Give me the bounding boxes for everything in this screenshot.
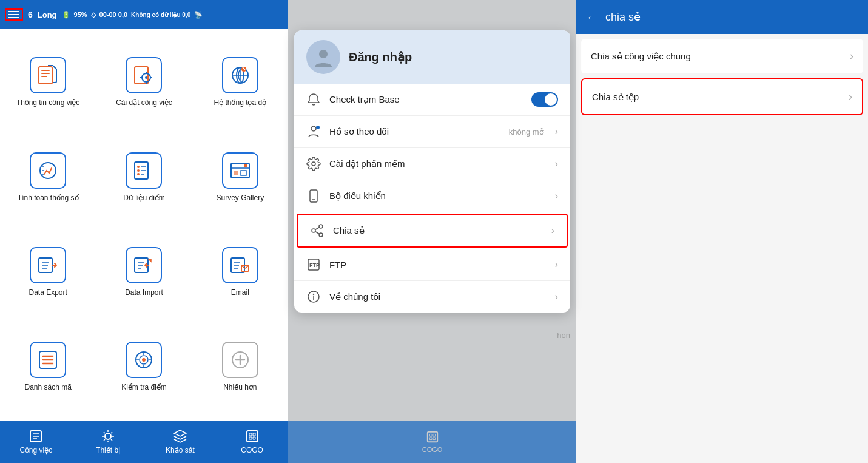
tinh-toan-icon	[37, 160, 59, 181]
chia-se-arrow: ›	[551, 225, 554, 236]
right-list-item-cong-viec-chung[interactable]: Chia sẻ công việc chung ›	[581, 39, 863, 73]
grid-item-cai-dat[interactable]: Cài đặt công việc	[96, 35, 192, 130]
svg-point-39	[314, 294, 314, 295]
status-icons: 🔋 95% ◇ 00-00 0,0 Không có dữ liệu 0,0 📡	[62, 11, 203, 19]
check-tram-toggle[interactable]	[531, 92, 558, 107]
he-thong-label: Hệ thống tọa độ	[214, 98, 266, 108]
data-import-icon-box	[126, 247, 162, 283]
grid-item-danh-sach[interactable]: Danh sách mã	[0, 320, 96, 414]
tinh-toan-icon-box	[30, 152, 66, 189]
svg-rect-40	[427, 432, 437, 442]
ho-so-label: Hồ sơ theo dõi	[329, 126, 500, 137]
menu-item-bo-dieu-khien[interactable]: Bộ điều khiển ›	[294, 180, 570, 212]
svg-point-33	[319, 225, 323, 228]
svg-rect-0	[39, 67, 52, 84]
grid-item-du-lieu[interactable]: Dữ liệu điểm	[96, 130, 192, 225]
icon-grid: Thông tin công việc Cài đặt công việc	[0, 29, 288, 421]
status-number: 6	[28, 10, 33, 19]
bg-cogo-text: COGO	[422, 446, 443, 453]
grid-item-email[interactable]: Email	[192, 225, 288, 320]
nhieu-hon-icon-box	[222, 342, 258, 378]
cai-dat-label: Cài đặt công việc	[116, 98, 172, 108]
danh-sach-icon-box	[30, 342, 66, 378]
right-header: ← chia sẻ	[576, 0, 868, 34]
bottom-nav-cong-viec[interactable]: Công việc	[0, 421, 72, 463]
ho-so-arrow: ›	[555, 126, 558, 137]
kiem-tra-label: Kiểm tra điểm	[121, 383, 167, 393]
he-thong-icon-box	[222, 57, 258, 93]
nhieu-hon-label: Nhiều hơn	[223, 383, 257, 393]
du-lieu-icon	[133, 160, 155, 181]
svg-point-35	[319, 233, 323, 237]
survey-icon-box	[222, 152, 258, 189]
grid-item-kiem-tra[interactable]: Kiểm tra điểm	[96, 320, 192, 414]
ftp-arrow: ›	[555, 259, 558, 270]
svg-point-9	[137, 169, 140, 172]
right-list-item-chia-se-tep[interactable]: Chia sẻ tệp ›	[581, 78, 863, 115]
kiem-tra-icon	[133, 349, 155, 371]
menu-item-ve-chung-toi[interactable]: Về chúng tôi ›	[294, 281, 570, 313]
grid-item-thong-tin[interactable]: Thông tin công việc	[0, 35, 96, 130]
cai-dat-pm-label: Cài đặt phần mềm	[329, 158, 547, 169]
grid-item-data-import[interactable]: Data Import	[96, 225, 192, 320]
avatar	[306, 40, 340, 74]
menu-item-check-tram[interactable]: Check trạm Base	[294, 84, 570, 116]
email-label: Email	[231, 288, 249, 298]
menu-item-cai-dat-pm[interactable]: Cài đặt phần mềm ›	[294, 148, 570, 180]
svg-rect-32	[310, 190, 317, 202]
battery-icon: 🔋	[62, 11, 70, 19]
grid-item-nhieu-hon[interactable]: Nhiều hơn	[192, 320, 288, 414]
bottom-nav-thiet-bi[interactable]: Thiết bị	[72, 421, 144, 463]
menu-item-ftp[interactable]: FTP FTP ›	[294, 249, 570, 281]
svg-point-30	[316, 126, 320, 129]
cai-dat-icon-box	[126, 57, 162, 93]
grid-item-he-thong[interactable]: Hệ thống tọa độ	[192, 35, 288, 130]
right-panel: ← chia sẻ Chia sẻ công việc chung › Chia…	[576, 0, 868, 463]
chia-se-tep-chevron: ›	[849, 90, 852, 103]
svg-point-31	[312, 162, 315, 166]
data-import-icon	[133, 254, 155, 276]
cong-viec-nav-label: Công việc	[20, 446, 53, 455]
right-list: Chia sẻ công việc chung › Chia sẻ tệp ›	[576, 34, 868, 463]
menu-card: Đăng nhập Check trạm Base Hồ sơ t	[294, 30, 570, 313]
menu-button[interactable]	[5, 8, 23, 21]
cong-viec-chung-chevron: ›	[850, 50, 853, 63]
share-icon	[310, 223, 325, 238]
satellite-icon: 📡	[194, 11, 203, 19]
gear-outline-icon	[306, 157, 321, 171]
status-bar: 6 Long 🔋 95% ◇ 00-00 0,0 Không có dữ liệ…	[0, 0, 288, 29]
right-panel-title: chia sẻ	[605, 10, 641, 24]
chia-se-tep-label: Chia sẻ tệp	[592, 92, 639, 103]
svg-point-26	[105, 433, 111, 439]
survey-icon	[229, 160, 251, 181]
login-label: Đăng nhập	[349, 50, 412, 64]
avatar-icon	[312, 46, 334, 68]
svg-point-15	[244, 164, 247, 167]
cogo-icon	[245, 429, 260, 444]
menu-item-ho-so[interactable]: Hồ sơ theo dõi không mở ›	[294, 116, 570, 148]
battery-percent: 95%	[74, 11, 87, 18]
bottom-nav-cogo[interactable]: COGO	[216, 421, 288, 463]
menu-items-list: Check trạm Base Hồ sơ theo dõi không mở …	[294, 84, 570, 313]
bell-icon	[306, 92, 321, 107]
ve-chung-toi-arrow: ›	[555, 291, 558, 302]
danh-sach-label: Danh sách mã	[24, 383, 71, 393]
du-lieu-label: Dữ liệu điểm	[123, 194, 165, 203]
svg-point-34	[312, 229, 315, 232]
ho-so-sub: không mở	[509, 127, 544, 137]
svg-rect-27	[247, 431, 258, 442]
svg-point-28	[319, 50, 328, 58]
grid-item-data-export[interactable]: Data Export	[0, 225, 96, 320]
no-data: Không có dữ liệu 0,0	[131, 12, 190, 18]
back-arrow-button[interactable]: ←	[586, 10, 598, 24]
bo-dieu-khien-arrow: ›	[555, 191, 558, 201]
cai-dat-pm-arrow: ›	[555, 158, 558, 169]
menu-item-chia-se[interactable]: Chia sẻ ›	[297, 214, 568, 248]
thiet-bi-icon	[101, 429, 115, 444]
grid-item-tinh-toan[interactable]: Tính toán thống số	[0, 130, 96, 225]
grid-item-survey[interactable]: Survey Gallery	[192, 130, 288, 225]
tinh-toan-label: Tính toán thống số	[18, 194, 79, 203]
bottom-nav-khao-sat[interactable]: Khảo sát	[144, 421, 217, 463]
cogo-nav-label: COGO	[241, 446, 263, 455]
data-export-icon-box	[30, 247, 66, 283]
